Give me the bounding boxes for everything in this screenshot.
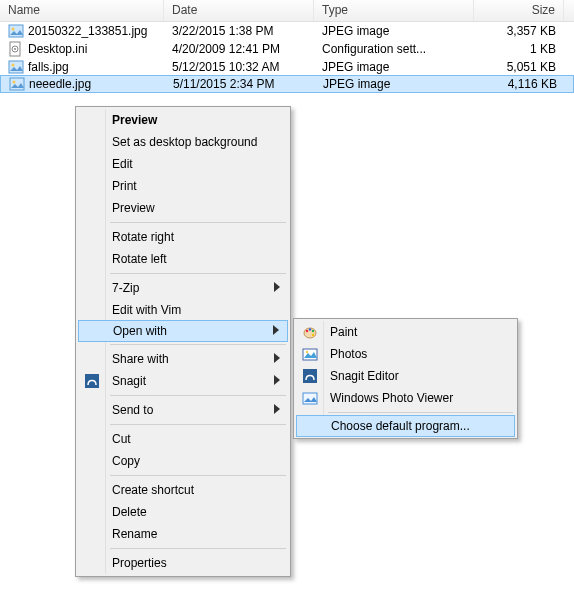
photo-viewer-icon	[302, 390, 318, 406]
file-name: neeedle.jpg	[29, 77, 91, 91]
svg-point-13	[312, 330, 314, 332]
svg-point-12	[309, 328, 311, 330]
file-list-header: Name Date Type Size	[0, 0, 574, 22]
open-with-submenu: Paint Photos Snagit Editor Windows Photo…	[293, 318, 518, 439]
image-file-icon	[8, 23, 24, 39]
image-file-icon	[8, 59, 24, 75]
ini-file-icon	[8, 41, 24, 57]
svg-rect-7	[10, 78, 24, 90]
menu-label: Copy	[112, 454, 140, 468]
snagit-editor-icon	[302, 368, 318, 384]
menu-label: Snagit	[112, 374, 146, 388]
file-row[interactable]: Desktop.ini 4/20/2009 12:41 PM Configura…	[0, 40, 574, 58]
menu-label: Snagit Editor	[330, 369, 399, 383]
column-header-type[interactable]: Type	[314, 0, 474, 21]
file-type: JPEG image	[314, 23, 474, 39]
submenu-windows-photo-viewer[interactable]: Windows Photo Viewer	[296, 387, 515, 409]
svg-rect-5	[9, 61, 23, 73]
menu-label: Delete	[112, 505, 147, 519]
menu-open-with[interactable]: Open with	[78, 320, 288, 342]
menu-properties[interactable]: Properties	[78, 552, 288, 574]
menu-separator	[110, 395, 286, 396]
menu-separator	[110, 273, 286, 274]
svg-point-14	[312, 334, 314, 336]
svg-point-6	[12, 64, 15, 67]
menu-label: Edit	[112, 157, 133, 171]
menu-label: Windows Photo Viewer	[330, 391, 453, 405]
menu-separator	[110, 424, 286, 425]
submenu-choose-default-program[interactable]: Choose default program...	[296, 415, 515, 437]
menu-label: Preview	[112, 113, 157, 127]
file-row[interactable]: falls.jpg 5/12/2015 10:32 AM JPEG image …	[0, 58, 574, 76]
menu-label: Set as desktop background	[112, 135, 257, 149]
menu-label: Choose default program...	[331, 419, 470, 433]
photos-icon	[302, 346, 318, 362]
paint-icon	[302, 324, 318, 340]
menu-rename[interactable]: Rename	[78, 523, 288, 545]
menu-send-to[interactable]: Send to	[78, 399, 288, 421]
menu-preview[interactable]: Preview	[78, 197, 288, 219]
menu-set-desktop-background[interactable]: Set as desktop background	[78, 131, 288, 153]
menu-delete[interactable]: Delete	[78, 501, 288, 523]
svg-point-4	[14, 48, 16, 50]
file-row[interactable]: 20150322_133851.jpg 3/22/2015 1:38 PM JP…	[0, 22, 574, 40]
submenu-snagit-editor[interactable]: Snagit Editor	[296, 365, 515, 387]
menu-label: Print	[112, 179, 137, 193]
file-type: JPEG image	[315, 76, 475, 92]
column-header-date[interactable]: Date	[164, 0, 314, 21]
menu-label: Cut	[112, 432, 131, 446]
snagit-icon	[84, 373, 100, 389]
submenu-arrow-icon	[274, 352, 280, 366]
menu-label: Create shortcut	[112, 483, 194, 497]
menu-label: Properties	[112, 556, 167, 570]
menu-label: Edit with Vim	[112, 303, 181, 317]
menu-print[interactable]: Print	[78, 175, 288, 197]
column-header-size[interactable]: Size	[474, 0, 564, 21]
menu-edit[interactable]: Edit	[78, 153, 288, 175]
submenu-arrow-icon	[274, 281, 280, 295]
menu-label: Rotate right	[112, 230, 174, 244]
menu-separator	[110, 222, 286, 223]
menu-label: Paint	[330, 325, 357, 339]
menu-label: Preview	[112, 201, 155, 215]
menu-rotate-right[interactable]: Rotate right	[78, 226, 288, 248]
image-file-icon	[9, 76, 25, 92]
menu-separator	[328, 412, 513, 413]
svg-point-8	[13, 81, 16, 84]
menu-7zip[interactable]: 7-Zip	[78, 277, 288, 299]
file-date: 5/11/2015 2:34 PM	[165, 76, 315, 92]
file-name: falls.jpg	[28, 60, 69, 74]
menu-label: Photos	[330, 347, 367, 361]
menu-share-with[interactable]: Share with	[78, 348, 288, 370]
column-header-name[interactable]: Name	[0, 0, 164, 21]
menu-separator	[110, 344, 286, 345]
file-name: Desktop.ini	[28, 42, 87, 56]
file-row-selected[interactable]: neeedle.jpg 5/11/2015 2:34 PM JPEG image…	[0, 75, 574, 93]
file-size: 5,051 KB	[474, 59, 564, 75]
menu-label: Send to	[112, 403, 153, 417]
svg-point-11	[306, 330, 308, 332]
menu-separator	[110, 548, 286, 549]
menu-label: Rotate left	[112, 252, 167, 266]
menu-edit-with-vim[interactable]: Edit with Vim	[78, 299, 288, 321]
menu-label: Share with	[112, 352, 169, 366]
submenu-arrow-icon	[273, 324, 279, 338]
file-type: Configuration sett...	[314, 41, 474, 57]
svg-point-16	[306, 351, 308, 353]
menu-cut[interactable]: Cut	[78, 428, 288, 450]
svg-point-1	[12, 28, 15, 31]
file-date: 4/20/2009 12:41 PM	[164, 41, 314, 57]
file-date: 3/22/2015 1:38 PM	[164, 23, 314, 39]
file-size: 3,357 KB	[474, 23, 564, 39]
submenu-paint[interactable]: Paint	[296, 321, 515, 343]
submenu-photos[interactable]: Photos	[296, 343, 515, 365]
context-menu: Preview Set as desktop background Edit P…	[75, 106, 291, 577]
menu-create-shortcut[interactable]: Create shortcut	[78, 479, 288, 501]
svg-rect-0	[9, 25, 23, 37]
file-date: 5/12/2015 10:32 AM	[164, 59, 314, 75]
menu-preview-bold[interactable]: Preview	[78, 109, 288, 131]
menu-snagit[interactable]: Snagit	[78, 370, 288, 392]
menu-rotate-left[interactable]: Rotate left	[78, 248, 288, 270]
menu-copy[interactable]: Copy	[78, 450, 288, 472]
file-size: 4,116 KB	[475, 76, 565, 92]
